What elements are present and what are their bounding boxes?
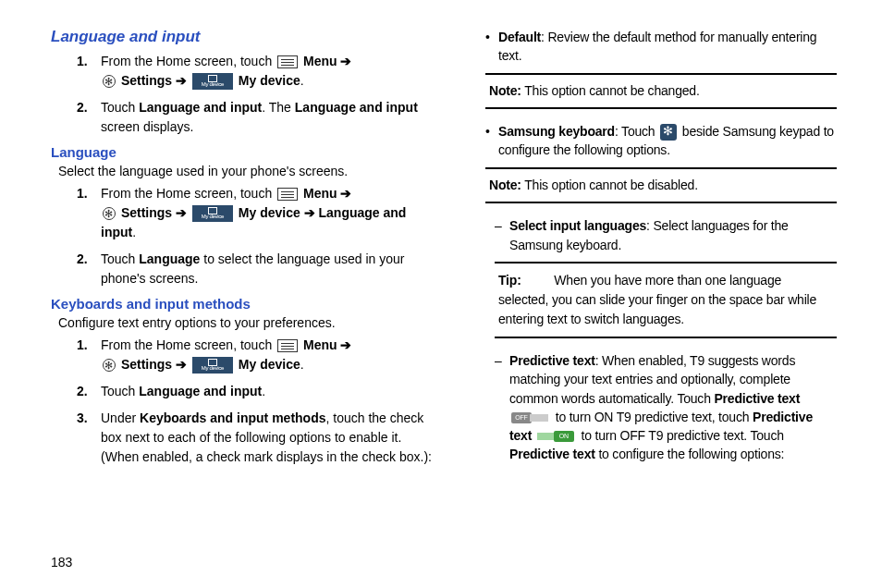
my-device-icon <box>192 357 233 374</box>
intro-text: Configure text entry options to your pre… <box>58 315 439 330</box>
dash-predictive-text: Predictive text: When enabled, T9 sugges… <box>495 351 837 464</box>
settings-icon <box>103 207 116 220</box>
steps-list-2: 1. From the Home screen, touch Menu ➔ Se… <box>77 184 439 288</box>
note-box-2: Note: This option cannot be disabled. <box>485 167 837 204</box>
page-number: 183 <box>51 555 72 570</box>
tip-box: Tip: When you have more than one languag… <box>495 262 837 338</box>
step-text: From the Home screen, touch <box>101 54 276 68</box>
heading-language-and-input: Language and input <box>51 28 439 46</box>
note-box-1: Note: This option cannot be changed. <box>485 73 837 110</box>
list-item: 3. Under Keyboards and input methods, to… <box>77 409 439 467</box>
my-device-icon <box>192 205 233 222</box>
settings-icon <box>103 359 116 372</box>
gear-icon <box>660 124 677 141</box>
toggle-on-icon: ON <box>537 430 576 443</box>
my-device-label: My device <box>239 73 300 88</box>
bullet-samsung-keyboard: Samsung keyboard: Touch beside Samsung k… <box>485 122 837 160</box>
subheading-keyboards: Keyboards and input methods <box>51 296 439 312</box>
list-item: 2. Touch Language and input. <box>77 382 439 401</box>
list-item: 1. From the Home screen, touch Menu ➔ Se… <box>77 52 439 91</box>
steps-list-1: 1. From the Home screen, touch Menu ➔ Se… <box>77 52 439 137</box>
menu-icon <box>277 339 298 352</box>
menu-label: Menu <box>303 54 340 68</box>
list-item: 1. From the Home screen, touch Menu ➔ Se… <box>77 184 439 242</box>
my-device-icon <box>192 73 233 90</box>
menu-icon <box>277 55 298 68</box>
subheading-language: Language <box>51 144 439 160</box>
list-item: 2. Touch Language to select the language… <box>77 250 439 288</box>
steps-list-3: 1. From the Home screen, touch Menu ➔ Se… <box>77 336 439 467</box>
intro-text: Select the language used in your phone's… <box>58 164 439 178</box>
list-item: 2. Touch Language and input. The Languag… <box>77 98 439 137</box>
settings-label: Settings <box>121 73 176 88</box>
toggle-off-icon: OFF <box>511 411 550 424</box>
bullet-default: Default: Review the default method for m… <box>485 28 837 66</box>
right-column: Default: Review the default method for m… <box>485 28 837 474</box>
left-column: Language and input 1. From the Home scre… <box>51 28 439 474</box>
dash-select-input-languages: Select input languages: Select languages… <box>495 216 837 254</box>
list-item: 1. From the Home screen, touch Menu ➔ Se… <box>77 336 439 374</box>
menu-icon <box>277 188 298 201</box>
settings-icon <box>103 75 116 88</box>
